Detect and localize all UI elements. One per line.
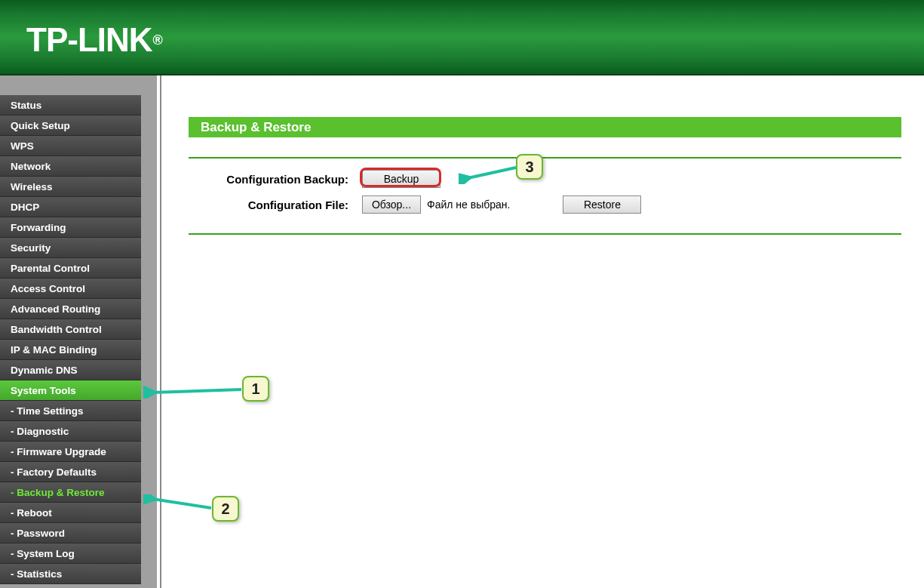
panel-title: Backup & Restore <box>189 117 901 137</box>
sidebar-item-backup-restore[interactable]: - Backup & Restore <box>0 482 141 503</box>
sidebar-item-factory-defaults[interactable]: - Factory Defaults <box>0 462 141 482</box>
sidebar-item-forwarding[interactable]: Forwarding <box>0 217 141 238</box>
divider-bottom <box>189 233 901 235</box>
sidebar-item-reboot[interactable]: - Reboot <box>0 503 141 523</box>
sidebar-item-ip-mac-binding[interactable]: IP & MAC Binding <box>0 340 141 360</box>
divider-top <box>189 157 901 159</box>
sidebar-item-system-log[interactable]: - System Log <box>0 543 141 564</box>
sidebar-item-network[interactable]: Network <box>0 156 141 177</box>
sidebar-item-system-tools[interactable]: System Tools <box>0 380 141 401</box>
backup-button[interactable]: Backup <box>362 170 441 188</box>
browse-button[interactable]: Обзор... <box>362 195 421 214</box>
sidebar-item-status[interactable]: Status <box>0 95 141 115</box>
sidebar-item-time-settings[interactable]: - Time Settings <box>0 401 141 421</box>
sidebar-item-access-control[interactable]: Access Control <box>0 279 141 299</box>
sidebar-item-diagnostic[interactable]: - Diagnostic <box>0 421 141 442</box>
sidebar-item-bandwidth-control[interactable]: Bandwidth Control <box>0 319 141 340</box>
file-label: Configuration File: <box>189 199 362 211</box>
backup-label: Configuration Backup: <box>189 173 362 186</box>
brand-logo: TP-LINK® <box>26 21 162 59</box>
sidebar-item-dhcp[interactable]: DHCP <box>0 197 141 217</box>
sidebar-item-security[interactable]: Security <box>0 238 141 258</box>
sidebar-item-statistics[interactable]: - Statistics <box>0 564 141 584</box>
sidebar-item-wireless[interactable]: Wireless <box>0 177 141 197</box>
sidebar-item-quick-setup[interactable]: Quick Setup <box>0 115 141 136</box>
sidebar-item-advanced-routing[interactable]: Advanced Routing <box>0 299 141 319</box>
brand-text: TP-LINK <box>26 21 152 59</box>
restore-row: Configuration File: Обзор... Файл не выб… <box>189 195 924 214</box>
main-panel: Backup & Restore Configuration Backup: B… <box>161 75 924 588</box>
sidebar-item-dynamic-dns[interactable]: Dynamic DNS <box>0 360 141 380</box>
register-mark: ® <box>153 32 162 48</box>
header: TP-LINK® <box>0 0 924 75</box>
callout-2: 2 <box>212 496 239 522</box>
sidebar-item-wps[interactable]: WPS <box>0 136 141 156</box>
sidebar-item-password[interactable]: - Password <box>0 523 141 543</box>
callout-3: 3 <box>516 154 543 180</box>
backup-row: Configuration Backup: Backup <box>189 170 924 188</box>
callout-1: 1 <box>242 376 269 402</box>
restore-button[interactable]: Restore <box>563 195 641 214</box>
sidebar-item-firmware-upgrade[interactable]: - Firmware Upgrade <box>0 442 141 462</box>
file-status-text: Файл не выбран. <box>427 199 510 211</box>
sidebar: Status Quick Setup WPS Network Wireless … <box>0 75 157 588</box>
sidebar-item-parental-control[interactable]: Parental Control <box>0 258 141 279</box>
